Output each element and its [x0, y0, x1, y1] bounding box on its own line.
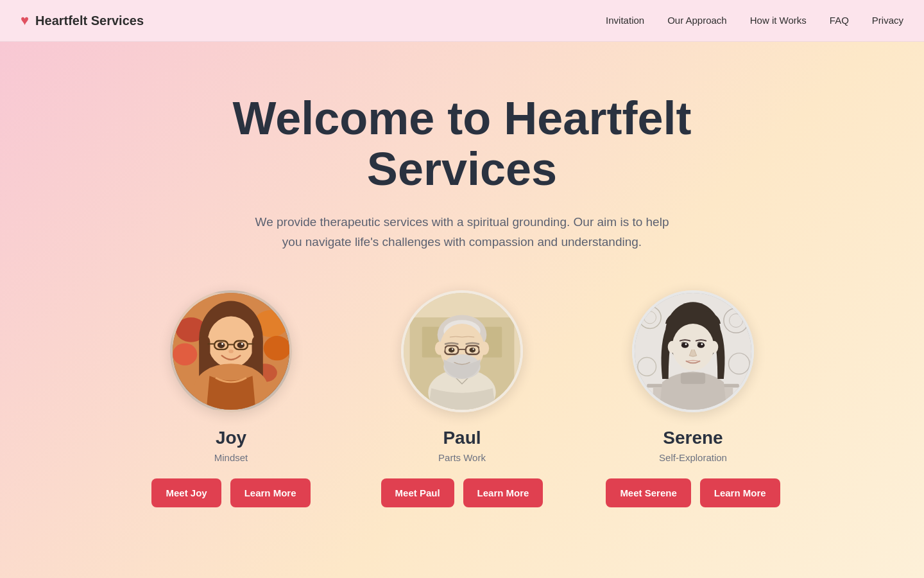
svg-point-16 [237, 342, 244, 349]
svg-point-61 [710, 341, 718, 353]
hero-section: Welcome to Heartfelt Services We provide… [0, 42, 924, 578]
nav-faq[interactable]: FAQ [830, 15, 849, 26]
svg-point-56 [681, 342, 689, 348]
svg-point-35 [449, 347, 455, 353]
logo-link[interactable]: ♥ Heartfelt Services [21, 12, 144, 29]
svg-point-37 [452, 349, 453, 350]
svg-point-17 [221, 343, 223, 345]
svg-point-40 [435, 342, 445, 355]
svg-point-59 [701, 344, 703, 346]
nav-privacy[interactable]: Privacy [872, 15, 903, 26]
paul-specialty: Parts Work [438, 452, 486, 463]
svg-point-4 [264, 336, 289, 360]
nav-how-it-works[interactable]: How it Works [750, 15, 807, 26]
svg-point-36 [469, 347, 475, 353]
therapist-cards-row: Joy Mindset Meet Joy Learn More [135, 290, 789, 507]
svg-rect-53 [681, 373, 705, 384]
learn-more-serene-button[interactable]: Learn More [700, 478, 780, 507]
joy-name: Joy [216, 428, 246, 448]
learn-more-joy-button[interactable]: Learn More [230, 478, 311, 507]
nav-invitation[interactable]: Invitation [606, 15, 644, 26]
svg-point-41 [479, 342, 489, 355]
svg-point-15 [218, 342, 225, 349]
learn-more-paul-button[interactable]: Learn More [463, 478, 543, 507]
logo-text: Heartfelt Services [35, 13, 144, 28]
nav-links: Invitation Our Approach How it Works FAQ… [606, 15, 903, 26]
meet-paul-button[interactable]: Meet Paul [381, 478, 454, 507]
serene-specialty: Self-Exploration [659, 452, 727, 463]
hero-title: Welcome to Heartfelt Services [173, 93, 751, 195]
paul-name: Paul [443, 428, 481, 448]
svg-point-60 [668, 341, 676, 353]
serene-name: Serene [663, 428, 723, 448]
paul-buttons: Meet Paul Learn More [381, 478, 543, 507]
avatar-joy [170, 290, 292, 412]
avatar-paul [401, 290, 523, 412]
svg-point-3 [173, 344, 197, 365]
avatar-serene [632, 290, 754, 412]
navbar: ♥ Heartfelt Services Invitation Our Appr… [0, 0, 924, 42]
svg-point-57 [697, 342, 705, 348]
card-paul: Paul Parts Work Meet Paul Learn More [366, 290, 558, 507]
serene-buttons: Meet Serene Learn More [606, 478, 780, 507]
meet-joy-button[interactable]: Meet Joy [151, 478, 221, 507]
svg-point-19 [228, 349, 234, 353]
svg-point-58 [685, 344, 687, 346]
joy-specialty: Mindset [214, 452, 248, 463]
svg-point-18 [241, 343, 243, 345]
card-joy: Joy Mindset Meet Joy Learn More [135, 290, 327, 507]
nav-our-approach[interactable]: Our Approach [667, 15, 727, 26]
svg-point-38 [473, 349, 474, 350]
meet-serene-button[interactable]: Meet Serene [606, 478, 690, 507]
heart-icon: ♥ [21, 12, 29, 29]
hero-subtitle: We provide therapeutic services with a s… [244, 213, 680, 252]
card-serene: Serene Self-Exploration Meet Serene Lear… [597, 290, 789, 507]
joy-buttons: Meet Joy Learn More [151, 478, 310, 507]
